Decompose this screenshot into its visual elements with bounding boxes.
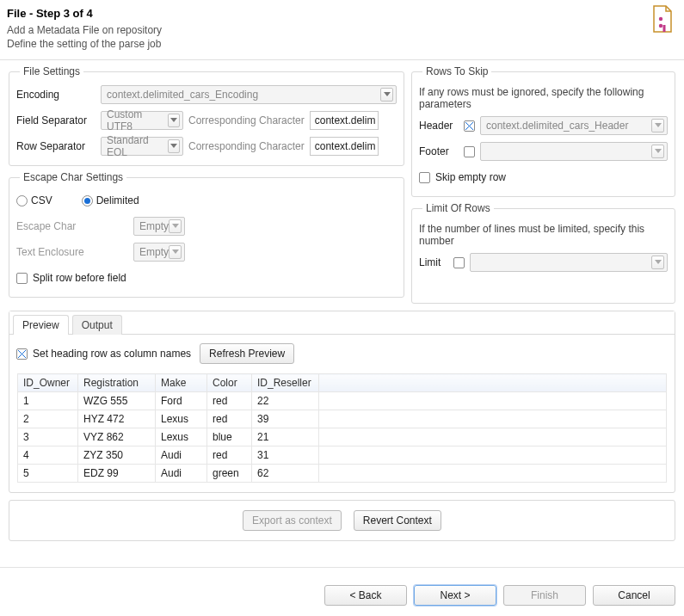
chevron-down-icon <box>169 219 182 233</box>
table-cell: red <box>207 410 252 428</box>
footer-checkbox[interactable] <box>464 146 475 157</box>
finish-button[interactable]: Finish <box>503 585 586 606</box>
limit-checkbox[interactable] <box>453 257 465 268</box>
column-header[interactable]: Make <box>156 374 207 392</box>
file-settings-group: File Settings Encoding context.delimited… <box>9 65 404 166</box>
footer-label: Footer <box>419 145 459 157</box>
table-cell: 4 <box>18 447 78 465</box>
table-row[interactable]: 5EDZ 99Audigreen62 <box>18 465 667 483</box>
back-button[interactable]: < Back <box>324 585 407 606</box>
table-cell: VYZ 862 <box>78 428 156 447</box>
field-separator-char[interactable]: context.delim <box>310 111 379 130</box>
chevron-down-icon <box>651 256 664 269</box>
escape-char-value: Empty <box>139 220 169 232</box>
rows-to-skip-legend: Rows To Skip <box>422 65 491 77</box>
column-header[interactable]: ID_Owner <box>18 374 78 392</box>
delimited-radio[interactable]: Delimited <box>82 194 139 206</box>
row-separator-combo[interactable]: Standard EOL <box>101 137 183 156</box>
table-row[interactable]: 2HYZ 472Lexusred39 <box>18 410 667 428</box>
cancel-button[interactable]: Cancel <box>593 585 675 606</box>
row-corr-label: Corresponding Character <box>188 140 305 152</box>
svg-point-0 <box>659 17 662 21</box>
row-separator-label: Row Separator <box>16 140 96 152</box>
header-value-combo[interactable]: context.delimited_cars_Header <box>480 116 668 135</box>
refresh-preview-button[interactable]: Refresh Preview <box>200 343 294 364</box>
footer-divider <box>0 567 684 568</box>
text-enclosure-combo[interactable]: Empty <box>133 243 185 262</box>
wizard-footer: < Back Next > Finish Cancel <box>9 576 675 606</box>
column-header[interactable]: Registration <box>78 374 156 392</box>
heading-row-checkbox[interactable]: Set heading row as column names <box>16 348 191 360</box>
limit-help: If the number of lines must be limited, … <box>419 223 668 247</box>
preview-tabs: Preview Output <box>9 311 675 335</box>
table-row[interactable]: 1WZG 555Fordred22 <box>18 392 667 410</box>
chevron-down-icon <box>169 245 182 259</box>
field-corr-label: Corresponding Character <box>188 114 305 126</box>
file-settings-legend: File Settings <box>20 65 83 77</box>
header-value: context.delimited_cars_Header <box>486 120 628 132</box>
skip-empty-label: Skip empty row <box>435 171 506 183</box>
table-cell: HYZ 472 <box>78 410 156 428</box>
table-cell-spacer <box>319 447 667 465</box>
footer-value-combo[interactable] <box>480 142 668 161</box>
file-schema-icon <box>651 5 674 33</box>
column-header[interactable]: ID_Reseller <box>252 374 319 392</box>
header-checkbox[interactable] <box>464 120 475 132</box>
svg-point-1 <box>659 24 662 28</box>
header-label: Header <box>419 120 459 132</box>
table-cell: red <box>207 392 252 410</box>
table-cell-spacer <box>319 410 667 428</box>
limit-value-combo[interactable] <box>470 253 668 272</box>
wizard-page: { "header": { "title": "File - Step 3 of… <box>0 0 684 616</box>
table-cell: Audi <box>156 447 207 465</box>
chevron-down-icon <box>380 88 393 102</box>
rows-to-skip-group: Rows To Skip If any rows must be ignored… <box>411 65 675 197</box>
encoding-value: context.delimited_cars_Encoding <box>107 89 258 101</box>
table-cell: green <box>207 465 252 483</box>
text-enclosure-label: Text Enclosure <box>16 246 128 258</box>
delimited-radio-label: Delimited <box>96 194 139 206</box>
chevron-down-icon <box>168 139 180 153</box>
text-enclosure-value: Empty <box>139 246 169 258</box>
preview-table[interactable]: ID_OwnerRegistrationMakeColorID_Reseller… <box>17 373 667 483</box>
row-separator-value: Standard EOL <box>107 134 168 158</box>
chevron-down-icon <box>651 145 664 158</box>
revert-context-button[interactable]: Revert Context <box>354 510 441 531</box>
escape-char-legend: Escape Char Settings <box>20 171 126 183</box>
column-header-spacer <box>319 374 667 392</box>
table-cell: 1 <box>18 392 78 410</box>
table-row[interactable]: 3VYZ 862Lexusblue21 <box>18 428 667 447</box>
table-cell: 62 <box>252 465 319 483</box>
split-row-checkbox[interactable]: Split row before field <box>16 272 126 284</box>
limit-label: Limit <box>419 256 448 268</box>
table-cell: 2 <box>18 410 78 428</box>
field-separator-value: Custom UTF8 <box>107 108 168 132</box>
table-cell: 3 <box>18 428 78 447</box>
csv-radio-label: CSV <box>31 194 52 206</box>
tab-preview[interactable]: Preview <box>13 315 69 335</box>
rows-to-skip-help: If any rows must be ignored, specify the… <box>419 86 668 110</box>
wizard-header: File - Step 3 of 4 Add a Metadata File o… <box>0 0 684 54</box>
page-title: File - Step 3 of 4 <box>7 7 674 20</box>
field-separator-combo[interactable]: Custom UTF8 <box>101 111 183 130</box>
table-cell: red <box>207 447 252 465</box>
tab-output[interactable]: Output <box>72 315 122 335</box>
table-cell: 31 <box>252 447 319 465</box>
svg-rect-2 <box>663 25 666 32</box>
export-as-context-button[interactable]: Export as context <box>243 510 342 531</box>
table-cell: Ford <box>156 392 207 410</box>
csv-radio[interactable]: CSV <box>16 194 52 206</box>
next-button[interactable]: Next > <box>414 585 496 606</box>
row-separator-char[interactable]: context.delim <box>310 137 379 156</box>
encoding-combo[interactable]: context.delimited_cars_Encoding <box>101 85 397 104</box>
limit-legend: Limit Of Rows <box>422 202 494 214</box>
chevron-down-icon <box>168 114 180 127</box>
table-row[interactable]: 4ZYZ 350Audired31 <box>18 447 667 465</box>
table-cell: ZYZ 350 <box>78 447 156 465</box>
table-cell: Lexus <box>156 410 207 428</box>
page-subtitle-1: Add a Metadata File on repository <box>7 23 674 37</box>
table-cell: 22 <box>252 392 319 410</box>
skip-empty-checkbox[interactable]: Skip empty row <box>419 171 506 183</box>
column-header[interactable]: Color <box>207 374 252 392</box>
escape-char-combo[interactable]: Empty <box>133 217 185 236</box>
